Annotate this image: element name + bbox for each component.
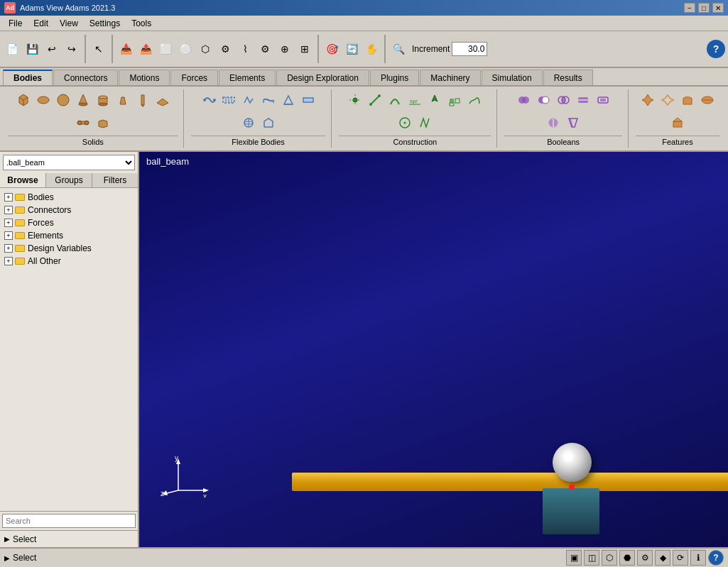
tree-item-connectors[interactable]: + Connectors bbox=[3, 204, 135, 216]
feat-btn5[interactable] bbox=[668, 114, 687, 132]
status-icon-8[interactable]: ℹ bbox=[690, 550, 706, 566]
export-button[interactable]: 📤 bbox=[136, 40, 155, 58]
status-icon-9[interactable]: ? bbox=[708, 550, 724, 566]
menu-file[interactable]: File bbox=[3, 17, 28, 30]
box-button[interactable]: ⬜ bbox=[156, 40, 175, 58]
const-arc-btn[interactable] bbox=[386, 91, 404, 109]
solid-plate-btn[interactable] bbox=[153, 91, 172, 109]
gear-btn[interactable]: ⚙ bbox=[256, 40, 274, 58]
frame-btn[interactable]: ⊞ bbox=[295, 40, 314, 58]
sidebar-tab-browse[interactable]: Browse bbox=[0, 173, 46, 187]
const-param-btn[interactable] bbox=[415, 114, 434, 132]
bool-intersect-btn[interactable] bbox=[554, 91, 572, 109]
menu-tools[interactable]: Tools bbox=[126, 17, 157, 30]
solid-frustum-btn[interactable] bbox=[114, 91, 132, 109]
feat-btn2[interactable] bbox=[658, 91, 677, 109]
status-icon-6[interactable]: ◆ bbox=[655, 550, 670, 566]
cylinder-btn[interactable]: ⬡ bbox=[196, 40, 214, 58]
tree-expand-elements[interactable]: + bbox=[4, 231, 13, 240]
increment-input[interactable] bbox=[452, 42, 487, 56]
const-spline-btn[interactable] bbox=[465, 91, 484, 109]
bool-hollow-btn[interactable] bbox=[594, 91, 612, 109]
menu-settings[interactable]: Settings bbox=[84, 17, 126, 30]
spring-btn[interactable]: ⌇ bbox=[236, 40, 254, 58]
feat-btn1[interactable] bbox=[639, 91, 657, 109]
flex-body-btn2[interactable] bbox=[219, 91, 238, 109]
tree-item-all-other[interactable]: + All Other bbox=[3, 255, 135, 268]
viewport[interactable]: ball_beam y z bbox=[139, 152, 728, 547]
select-button[interactable]: ↖ bbox=[89, 40, 108, 58]
tab-simulation[interactable]: Simulation bbox=[482, 70, 543, 85]
status-icon-5[interactable]: ⚙ bbox=[637, 550, 653, 566]
sphere-btn[interactable]: ⚪ bbox=[176, 40, 195, 58]
flex-body-btn4[interactable] bbox=[259, 91, 278, 109]
model-select[interactable]: .ball_beam bbox=[3, 155, 135, 170]
feat-btn3[interactable] bbox=[678, 91, 697, 109]
tab-machinery[interactable]: Machinery bbox=[420, 70, 480, 85]
search-input[interactable] bbox=[2, 514, 136, 528]
status-icon-3[interactable]: ⬡ bbox=[602, 550, 617, 566]
tree-item-forces[interactable]: + Forces bbox=[3, 216, 135, 229]
new-button[interactable]: 📄 bbox=[3, 40, 21, 58]
solid-cone-btn[interactable] bbox=[74, 91, 92, 109]
tree-expand-connectors[interactable]: + bbox=[4, 206, 13, 214]
menu-edit[interactable]: Edit bbox=[28, 17, 54, 30]
close-button[interactable]: ✕ bbox=[712, 3, 724, 13]
redo-button[interactable]: ↪ bbox=[63, 40, 81, 58]
maximize-button[interactable]: □ bbox=[698, 3, 710, 13]
solid-sphere-btn[interactable] bbox=[54, 91, 72, 109]
status-icon-1[interactable]: ▣ bbox=[566, 550, 582, 566]
solid-link-btn[interactable] bbox=[74, 114, 92, 132]
tree-expand-bodies[interactable]: + bbox=[4, 193, 13, 202]
flex-body-btn8[interactable] bbox=[259, 114, 278, 132]
tab-design-exploration[interactable]: Design Exploration bbox=[276, 70, 369, 85]
tree-item-elements[interactable]: + Elements bbox=[3, 229, 135, 242]
tab-elements[interactable]: Elements bbox=[219, 70, 276, 85]
solid-box-btn[interactable] bbox=[14, 91, 33, 109]
flex-body-btn1[interactable] bbox=[200, 91, 218, 109]
const-line-btn[interactable] bbox=[366, 91, 384, 109]
save-button[interactable]: 💾 bbox=[23, 40, 41, 58]
target-btn[interactable]: 🎯 bbox=[322, 40, 341, 58]
tab-results[interactable]: Results bbox=[543, 70, 593, 85]
joint-btn[interactable]: ⚙ bbox=[216, 40, 234, 58]
solid-ellipsoid-btn[interactable] bbox=[34, 91, 53, 109]
import-button[interactable]: 📥 bbox=[116, 40, 135, 58]
bool-fill-btn[interactable] bbox=[574, 91, 592, 109]
sidebar-tab-groups[interactable]: Groups bbox=[46, 173, 92, 187]
flex-body-btn7[interactable] bbox=[239, 114, 258, 132]
tree-expand-design-vars[interactable]: + bbox=[4, 244, 13, 253]
const-point-btn[interactable] bbox=[346, 91, 364, 109]
tree-expand-all-other[interactable]: + bbox=[4, 257, 13, 265]
center-btn[interactable]: ⊕ bbox=[276, 40, 294, 58]
flex-body-btn3[interactable] bbox=[239, 91, 258, 109]
bool-merge-btn[interactable] bbox=[544, 114, 563, 132]
tree-expand-forces[interactable]: + bbox=[4, 219, 13, 227]
sidebar-tab-filters[interactable]: Filters bbox=[92, 173, 138, 187]
status-icon-7[interactable]: ⟳ bbox=[673, 550, 688, 566]
feat-btn4[interactable] bbox=[698, 91, 717, 109]
pan-btn[interactable]: ✋ bbox=[362, 40, 381, 58]
solid-extrusion-btn[interactable] bbox=[94, 114, 112, 132]
tab-forces[interactable]: Forces bbox=[170, 70, 218, 85]
bool-diff-btn[interactable] bbox=[534, 91, 553, 109]
tree-item-design-variables[interactable]: + Design Variables bbox=[3, 242, 135, 255]
flex-body-btn5[interactable] bbox=[279, 91, 298, 109]
help-button[interactable]: ? bbox=[707, 40, 725, 58]
status-icon-4[interactable]: ⬣ bbox=[619, 550, 635, 566]
const-marker-btn[interactable]: xyz bbox=[406, 91, 424, 109]
tab-motions[interactable]: Motions bbox=[119, 70, 170, 85]
tree-item-bodies[interactable]: + Bodies bbox=[3, 191, 135, 204]
rotate-btn[interactable]: 🔄 bbox=[342, 40, 361, 58]
tab-bodies[interactable]: Bodies bbox=[3, 70, 53, 85]
minimize-button[interactable]: − bbox=[684, 3, 695, 13]
const-coord-btn[interactable] bbox=[425, 91, 444, 109]
undo-button[interactable]: ↩ bbox=[43, 40, 61, 58]
const-grid-btn[interactable] bbox=[445, 91, 464, 109]
tab-plugins[interactable]: Plugins bbox=[370, 70, 419, 85]
tab-connectors[interactable]: Connectors bbox=[53, 70, 118, 85]
bool-cut-btn[interactable] bbox=[564, 114, 582, 132]
const-circle-btn[interactable] bbox=[396, 114, 414, 132]
menu-view[interactable]: View bbox=[54, 17, 84, 30]
flex-body-btn6[interactable] bbox=[299, 91, 317, 109]
